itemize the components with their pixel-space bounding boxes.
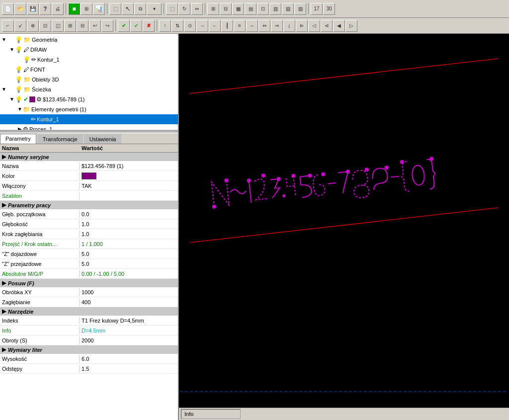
help-button[interactable]: ? [39, 3, 51, 15]
draw-btn-2[interactable]: ↙ [14, 20, 26, 32]
align-btn-3[interactable]: ⊙ [184, 20, 196, 32]
align-btn-11[interactable]: ↨ [283, 20, 295, 32]
draw-btn-1[interactable]: ⌐ [2, 20, 14, 32]
prop-kolor-val[interactable] [80, 171, 178, 180]
rotate-button[interactable]: ↻ [178, 3, 190, 15]
tab-parametry[interactable]: Parametry [0, 134, 36, 144]
select-rect-button[interactable]: ⬚ [109, 3, 121, 15]
align-btn-4[interactable]: → [196, 20, 208, 32]
tb-btn-d[interactable]: ▤ [245, 3, 256, 15]
section-posuw[interactable]: ▶ Posuw (F) [0, 279, 178, 287]
prop-indeks-val[interactable]: T1 Frez kulowy D=4,5mm [80, 317, 178, 325]
prop-glebok-val[interactable]: 1.0 [80, 220, 178, 228]
tb-btn-e[interactable]: ⊡ [257, 3, 269, 15]
tab-transformacje[interactable]: Transformacje [37, 134, 83, 144]
green-box-button[interactable]: ■ [68, 3, 80, 15]
prop-szablon-val[interactable] [80, 195, 178, 197]
tree-item-3d[interactable]: 💡 📁 Obiekty 3D [0, 75, 178, 84]
align-btn-6[interactable]: ┃ [221, 20, 233, 32]
align-btn-16[interactable]: ▷ [345, 20, 357, 32]
align-btn-7[interactable]: ≡ [234, 20, 246, 32]
grid-button[interactable]: ⊞ [81, 3, 92, 15]
undo-button[interactable]: ↩ [89, 20, 101, 32]
dropdown-button[interactable]: ▾ [147, 3, 162, 15]
align-btn-14[interactable]: ⊲ [321, 20, 333, 32]
tb-btn-c[interactable]: ▦ [232, 3, 244, 15]
tb-btn-h[interactable]: ▨ [294, 3, 306, 15]
tree-item-draw[interactable]: ▼ 💡 🖊 DRAW [0, 45, 178, 55]
prop-abs-val[interactable]: 0.00 / -1.00 / 5.00 [80, 270, 178, 278]
save-button[interactable]: 💾 [27, 3, 39, 15]
snap-btn-a[interactable]: 17 [311, 3, 323, 15]
section-numery-seryjne[interactable]: ▶ Numery seryjne [0, 153, 178, 161]
draw-btn-4[interactable]: ⊡ [39, 20, 51, 32]
prop-info-val[interactable]: D=4.5mm [80, 327, 178, 335]
draw-btn-3[interactable]: ⊕ [27, 20, 39, 32]
tree-item-elementy[interactable]: ▼ 📁 Elementy geometrii (1) [0, 104, 178, 114]
draw-btn-6[interactable]: ⊞ [64, 20, 76, 32]
tree-item-sciezka[interactable]: ▼ 💡 📁 Ścieżka [0, 84, 178, 94]
props-header: Nazwa Wartość [0, 144, 178, 153]
tab-ustawienia[interactable]: Ustawienia [84, 134, 122, 144]
align-btn-5[interactable]: ← [209, 20, 221, 32]
expand-elementy[interactable]: ▼ [17, 105, 23, 114]
align-btn-10[interactable]: ⇒ [271, 20, 283, 32]
prop-wlaczony-val[interactable]: TAK [80, 182, 178, 190]
confirm-multi-button[interactable]: ✔ [130, 20, 142, 32]
align-btn-8[interactable]: ↔ [246, 20, 258, 32]
expand-proces1[interactable]: ▶ [17, 125, 23, 131]
prop-obrobka-val[interactable]: 1000 [80, 288, 178, 296]
confirm-green-button[interactable]: ✔ [118, 20, 130, 32]
chart-button[interactable]: 📊 [93, 3, 105, 15]
section-wymiary-liter[interactable]: ▶ Wymiary liter [0, 345, 178, 354]
tb-btn-f[interactable]: ▥ [269, 3, 281, 15]
transform-button[interactable]: ⬚ [166, 3, 178, 15]
view-tools2: ⊞ ⊟ ▦ ▤ ⊡ ▥ ▧ ▨ [207, 3, 306, 15]
snap-btn-b[interactable]: 30 [323, 3, 335, 15]
prop-nazwa-val[interactable]: $123.456-789 (1) [80, 162, 178, 170]
align-btn-2[interactable]: ⇅ [171, 20, 183, 32]
prop-z-przej-val[interactable]: 5.0 [80, 260, 178, 268]
tree-item-path1[interactable]: ▼ 💡 ✔ ⚙ $123.456-789 (1) [0, 94, 178, 104]
bulb-icon-sciezka: 💡 [15, 85, 22, 94]
print-button[interactable]: 🖨 [52, 3, 64, 15]
align-btn-1[interactable]: ↑ [159, 20, 171, 32]
prop-odstepy-val[interactable]: 1.5 [80, 365, 178, 373]
section-narzedzie[interactable]: ▶ Narzędzie [0, 307, 178, 316]
cursor-button[interactable]: ↖ [122, 3, 134, 15]
tree-item-font[interactable]: 💡 🖊 FONT [0, 65, 178, 75]
align-btn-15[interactable]: ◀ [333, 20, 345, 32]
expand-sciezka[interactable]: ▼ [1, 85, 7, 94]
tb-btn-a[interactable]: ⊞ [207, 3, 219, 15]
open-button[interactable]: 📂 [14, 3, 26, 15]
prop-przejsc-val[interactable]: 1 / 1.000 [80, 240, 178, 248]
tree-item-geometria[interactable]: ▼ 💡 📁 Geometria [0, 35, 178, 45]
expand-geometria[interactable]: ▼ [1, 35, 7, 44]
draw-btn-7[interactable]: ⊟ [77, 20, 88, 32]
prop-z-doj-val[interactable]: 5.0 [80, 250, 178, 258]
copy-button[interactable]: ⧉ [134, 3, 146, 15]
prop-przejsc: Przejść / Krok ostatn... 1 / 1.000 [0, 239, 178, 249]
tree-item-proces1[interactable]: ▶ ⚙ Proces_1 [0, 124, 178, 131]
prop-krok-zagl-val[interactable]: 1.0 [80, 230, 178, 238]
prop-indeks: Indeks T1 Frez kulowy D=4,5mm [0, 316, 178, 326]
new-button[interactable]: 📄 [2, 3, 14, 15]
draw-btn-5[interactable]: ◫ [52, 20, 64, 32]
prop-gleb-pocz-val[interactable]: 0.0 [80, 210, 178, 218]
tb-btn-g[interactable]: ▧ [282, 3, 294, 15]
align-btn-13[interactable]: ◁ [308, 20, 320, 32]
align-btn-12[interactable]: ⊳ [296, 20, 308, 32]
align-btn-9[interactable]: ⇔ [258, 20, 270, 32]
flip-button[interactable]: ⇔ [191, 3, 203, 15]
redo-button[interactable]: ↪ [101, 20, 113, 32]
tb-btn-b[interactable]: ⊟ [220, 3, 232, 15]
cancel-button[interactable]: ✘ [143, 20, 155, 32]
expand-draw[interactable]: ▼ [9, 45, 15, 54]
prop-zagl-val[interactable]: 400 [80, 298, 178, 306]
expand-path1[interactable]: ▼ [9, 95, 15, 104]
tree-item-kontur1[interactable]: 💡 ✏ Kontur_1 [0, 55, 178, 65]
section-parametry-pracy[interactable]: ▶ Parametry pracy [0, 201, 178, 209]
prop-wys-val[interactable]: 6.0 [80, 355, 178, 363]
prop-obroty-val[interactable]: 2000 [80, 336, 178, 344]
tree-item-kontur1b[interactable]: ✏ Kontur_1 [0, 114, 178, 124]
